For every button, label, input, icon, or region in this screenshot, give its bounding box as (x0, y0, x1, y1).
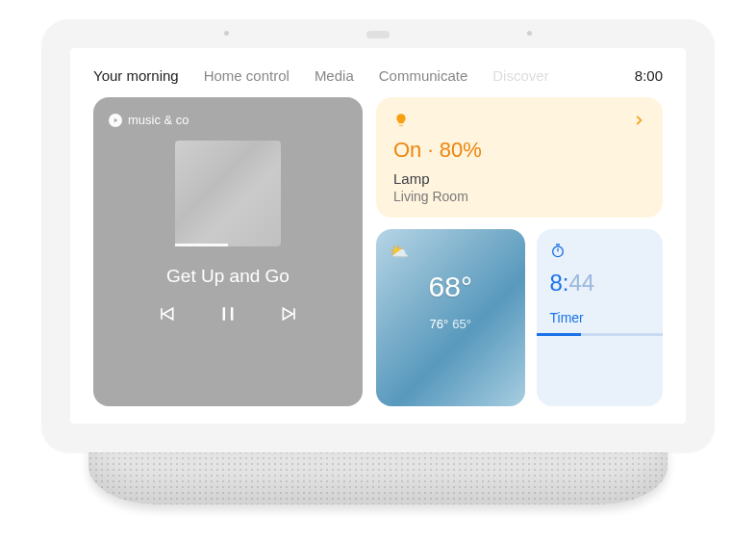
lamp-state: On · 80% (393, 138, 645, 163)
weather-low: 65° (452, 317, 471, 331)
stopwatch-icon (550, 243, 650, 262)
tab-your-morning[interactable]: Your morning (93, 67, 179, 84)
music-card[interactable]: music & co Get Up and Go (93, 97, 363, 406)
cards-area: music & co Get Up and Go (93, 97, 663, 406)
prev-button[interactable] (157, 304, 176, 327)
tab-discover[interactable]: Discover (492, 67, 548, 84)
weather-high: 76° (430, 317, 449, 331)
weather-high-low: 76°65° (430, 317, 471, 331)
mic-right (527, 31, 532, 36)
weather-icon: ⛅ (390, 243, 409, 261)
lamp-card[interactable]: On · 80% Lamp Living Room (376, 97, 663, 218)
screen: Your morning Home control Media Communic… (70, 48, 686, 424)
pause-button[interactable] (218, 304, 238, 327)
chevron-right-icon (632, 114, 645, 131)
mic-left (224, 31, 229, 36)
device-frame: Your morning Home control Media Communic… (41, 19, 715, 452)
next-button[interactable] (280, 304, 299, 327)
lamp-room: Living Room (393, 189, 645, 204)
timer-label: Timer (550, 310, 650, 325)
music-source: music & co (109, 113, 189, 127)
speaker-base (88, 445, 668, 504)
track-title: Get Up and Go (166, 266, 290, 287)
tab-bar: Your morning Home control Media Communic… (93, 67, 663, 84)
tab-home-control[interactable]: Home control (204, 67, 290, 84)
album-art (175, 141, 281, 246)
weather-temp: 68° (429, 271, 472, 303)
tab-media[interactable]: Media (315, 67, 354, 84)
clock: 8:00 (635, 67, 663, 84)
timer-card[interactable]: 8:44 Timer (537, 229, 664, 406)
music-service-icon (109, 114, 122, 127)
player-controls (157, 304, 299, 327)
timer-progress (537, 333, 664, 336)
tab-communicate[interactable]: Communicate (379, 67, 468, 84)
camera (366, 31, 390, 39)
lightbulb-icon (393, 113, 409, 132)
weather-card[interactable]: ⛅ 68° 76°65° (376, 229, 525, 406)
lamp-name: Lamp (393, 170, 645, 187)
timer-time: 8:44 (550, 270, 650, 297)
